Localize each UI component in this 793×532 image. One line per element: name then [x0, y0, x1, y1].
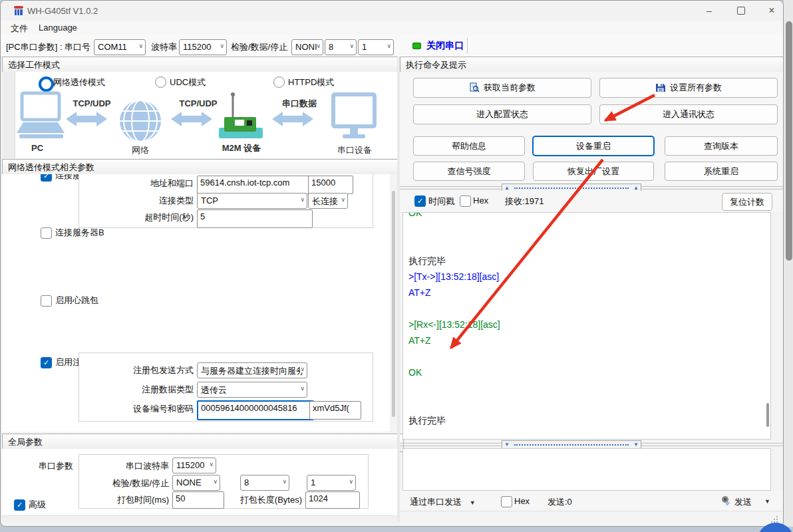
- pack-len-input[interactable]: 1024: [305, 491, 360, 509]
- log-toolbar: ✓ 时间戳 Hex 接收:1971 复位计数: [400, 191, 783, 212]
- heartbeat-label: 启用心跳包: [55, 295, 98, 307]
- chevron-down-icon: ∨: [300, 366, 305, 372]
- global-databits-select[interactable]: 8∨: [240, 475, 289, 491]
- radio-udc-mode[interactable]: [155, 76, 166, 88]
- query-version-button[interactable]: 查询版本: [665, 136, 778, 156]
- databits-select[interactable]: 8∨: [325, 39, 357, 55]
- close-port-button[interactable]: 关闭串口: [426, 40, 464, 52]
- server-a-checkbox[interactable]: ✓: [41, 174, 52, 182]
- log-hex-checkbox[interactable]: [460, 196, 471, 207]
- send-via-serial-dropdown[interactable]: 通过串口发送 ▼: [410, 496, 476, 508]
- reset-count-button[interactable]: 复位计数: [722, 193, 772, 211]
- svg-text:TCP/UDP: TCP/UDP: [73, 98, 110, 108]
- net-params-scrollbar[interactable]: [390, 174, 397, 432]
- advanced-checkbox[interactable]: ✓: [14, 499, 25, 511]
- log-scrollbar[interactable]: [766, 403, 769, 427]
- external-scrollbar-thumb[interactable]: [786, 21, 792, 261]
- triangle-up-icon: ▲: [502, 186, 512, 191]
- chevron-down-icon: ∨: [300, 385, 305, 392]
- send-sound-icon: [720, 495, 731, 505]
- maximize-button[interactable]: [726, 1, 756, 21]
- pack-time-input[interactable]: 50: [172, 491, 224, 509]
- global-baud-label: 串口波特率: [100, 460, 169, 472]
- com-port-select[interactable]: COM11∨: [94, 39, 146, 55]
- send-button[interactable]: 发送: [734, 496, 752, 508]
- stopbits-select[interactable]: 1∨: [358, 39, 394, 55]
- heartbeat-checkbox[interactable]: [41, 295, 52, 307]
- menu-file[interactable]: 文件: [11, 23, 28, 35]
- minimize-button[interactable]: –: [694, 1, 724, 21]
- port-input[interactable]: 15000: [308, 176, 353, 194]
- svg-text:TCP/UDP: TCP/UDP: [179, 98, 217, 108]
- parity-select[interactable]: NONI∨: [291, 39, 323, 55]
- send-toolbar: 通过串口发送 ▼ Hex 发送:0 发送 ▼: [400, 491, 783, 511]
- menu-bar: 文件 Language: [1, 21, 783, 36]
- svg-text:PC: PC: [31, 143, 44, 153]
- pack-len-label: 打包长度(Bytes): [227, 494, 302, 506]
- caret-down-icon: ▼: [470, 499, 476, 506]
- chevron-down-icon: ∨: [300, 196, 305, 203]
- parity-label: 检验/数据/停止: [231, 41, 287, 53]
- port-open-led-icon: [412, 43, 421, 49]
- globe-icon: [120, 100, 161, 142]
- dev-id-input[interactable]: 00059614000000045816: [197, 400, 314, 420]
- log-line: >[Tx->][13:52:18][asc]: [408, 271, 770, 287]
- received-count: 接收:1971: [505, 196, 544, 207]
- system-restart-button[interactable]: 系统重启: [665, 162, 778, 181]
- svg-text:M2M 设备: M2M 设备: [222, 143, 262, 153]
- dev-pwd-input[interactable]: xmVd5Jf(: [309, 401, 361, 420]
- close-button[interactable]: ×: [756, 1, 784, 21]
- status-strip: [400, 511, 783, 526]
- device-restart-button[interactable]: 设备重启: [533, 136, 654, 156]
- pc-serial-label: [PC串口参数] : 串口号: [6, 41, 90, 53]
- conn-mode-select[interactable]: 长连接∨: [308, 193, 348, 209]
- serial-params-label: 串口参数: [39, 460, 73, 472]
- get-params-button[interactable]: 获取当前参数: [413, 78, 591, 98]
- reg-send-label: 注册包发送方式: [95, 364, 194, 376]
- set-all-params-button[interactable]: 设置所有参数: [599, 78, 778, 98]
- send-caret-down-icon[interactable]: ▼: [764, 498, 770, 505]
- sent-count: 发送:0: [548, 496, 572, 508]
- maximize-icon: [737, 7, 745, 15]
- reg-type-select[interactable]: 透传云∨: [197, 382, 307, 398]
- server-b-checkbox[interactable]: [41, 227, 52, 239]
- radio-httpd-label: HTTPD模式: [288, 76, 334, 88]
- global-baud-select[interactable]: 115200∨: [172, 458, 216, 473]
- double-arrow-icon: [272, 112, 313, 126]
- net-params-viewport: ✓ 连接服务器A 地址和端口 59614.cnsh.iot-tcp.com 15…: [2, 174, 397, 432]
- global-stopbits-select[interactable]: 1∨: [307, 475, 356, 491]
- app-logo-icon: [13, 6, 24, 16]
- address-input[interactable]: 59614.cnsh.iot-tcp.com: [197, 176, 313, 194]
- menu-language[interactable]: Language: [39, 23, 77, 33]
- signal-strength-button[interactable]: 查信号强度: [413, 162, 525, 181]
- regpack-checkbox[interactable]: ✓: [41, 357, 52, 368]
- triangle-down-icon: ▼: [502, 442, 512, 448]
- factory-reset-button[interactable]: 恢复出厂设置: [533, 162, 654, 181]
- log-line: OK: [408, 367, 770, 383]
- reg-send-select[interactable]: 与服务器建立连接时向服务∨: [197, 362, 307, 378]
- global-parity-select[interactable]: NONE∨: [172, 475, 220, 491]
- send-hex-checkbox[interactable]: [501, 496, 512, 507]
- log-hex-label: Hex: [473, 196, 488, 205]
- window-title: WH-G405tf V1.0.2: [27, 6, 98, 16]
- timeout-input[interactable]: 5: [197, 209, 313, 228]
- left-hscrollbar[interactable]: [2, 515, 397, 523]
- toolbar-separator: [467, 38, 468, 54]
- enter-config-button[interactable]: 进入配置状态: [413, 104, 591, 124]
- help-info-button[interactable]: 帮助信息: [413, 136, 525, 156]
- radio-transparent-label: 网络透传模式: [53, 76, 105, 88]
- chevron-down-icon: ∨: [341, 196, 345, 203]
- radio-udc-label: UDC模式: [170, 76, 206, 88]
- baud-select[interactable]: 115200∨: [179, 39, 227, 55]
- timestamp-label: 时间戳: [428, 196, 454, 207]
- double-arrow-icon: [66, 112, 107, 126]
- radio-httpd-mode[interactable]: [273, 76, 285, 88]
- chevron-down-icon: ∨: [349, 478, 353, 485]
- conn-type-select[interactable]: TCP∨: [197, 193, 307, 209]
- enter-comm-button[interactable]: 进入通讯状态: [599, 104, 778, 124]
- timestamp-checkbox[interactable]: ✓: [414, 196, 426, 207]
- send-input-area[interactable]: [402, 448, 771, 491]
- resize-grip[interactable]: [772, 517, 778, 523]
- log-line: OK: [408, 212, 770, 223]
- log-area[interactable]: OK 执行完毕 >[Tx->][13:52:18][asc] AT+Z >[Rx…: [402, 212, 771, 440]
